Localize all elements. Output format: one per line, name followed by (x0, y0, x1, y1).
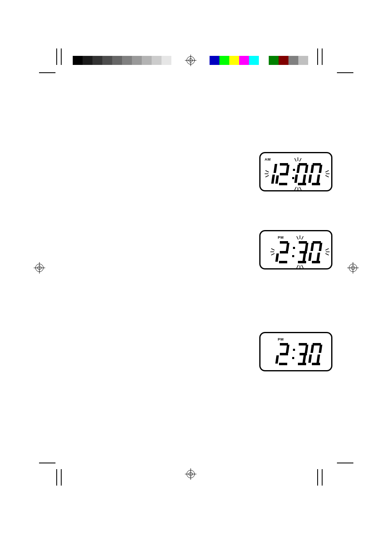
swatch (279, 56, 288, 65)
crop-mark (39, 463, 55, 463)
seven-segment-digits (261, 341, 331, 366)
registration-mark (185, 468, 196, 480)
svg-rect-39 (292, 255, 294, 257)
swatch (102, 56, 112, 65)
svg-rect-4 (280, 173, 288, 175)
svg-rect-10 (305, 165, 309, 173)
swatch (92, 56, 102, 65)
svg-rect-74 (298, 363, 306, 365)
svg-rect-2 (280, 163, 288, 166)
svg-rect-17 (316, 175, 320, 183)
swatch (259, 56, 269, 65)
seven-segment-digits (261, 240, 331, 264)
svg-rect-6 (279, 183, 287, 185)
swatch (249, 56, 259, 65)
crop-mark (39, 72, 55, 73)
seven-segment-digits (261, 161, 331, 186)
svg-rect-34 (286, 243, 290, 251)
svg-rect-67 (279, 363, 287, 365)
svg-rect-48 (312, 261, 320, 263)
svg-rect-79 (308, 355, 312, 363)
svg-rect-64 (286, 345, 290, 353)
registration-mark (185, 55, 196, 66)
svg-line-61 (302, 265, 303, 268)
svg-rect-0 (274, 164, 277, 173)
swatch (152, 56, 161, 65)
svg-rect-16 (319, 165, 323, 173)
svg-rect-40 (299, 241, 307, 244)
swatch (73, 56, 83, 65)
lcd-display-2: PM 2:30 (259, 230, 332, 269)
svg-line-28 (300, 158, 301, 161)
crop-mark (337, 72, 353, 73)
svg-rect-41 (305, 243, 309, 251)
swatch (161, 56, 171, 65)
svg-rect-13 (294, 175, 298, 183)
swatch (219, 56, 229, 65)
svg-rect-38 (293, 247, 295, 249)
svg-rect-76 (319, 345, 323, 353)
svg-line-30 (295, 187, 296, 190)
crop-mark (337, 463, 353, 463)
crop-mark (56, 48, 57, 65)
svg-rect-80 (311, 345, 314, 353)
svg-rect-49 (308, 253, 312, 261)
svg-rect-69 (292, 357, 294, 359)
swatch (288, 56, 298, 65)
crop-mark (61, 469, 62, 486)
svg-rect-33 (280, 241, 288, 244)
svg-rect-20 (311, 165, 314, 173)
crop-mark (317, 469, 318, 486)
svg-rect-36 (275, 253, 279, 262)
swatch (298, 56, 308, 65)
svg-rect-18 (312, 183, 320, 185)
svg-rect-65 (280, 353, 288, 355)
page-content: AM 12:00 (60, 82, 332, 468)
svg-rect-1 (271, 175, 275, 184)
ampm-indicator: PM (278, 337, 284, 341)
svg-rect-73 (302, 355, 306, 363)
registration-mark (34, 262, 45, 274)
svg-line-57 (297, 236, 298, 240)
svg-rect-70 (299, 343, 307, 345)
ampm-indicator: AM (265, 157, 271, 161)
lcd-display-1: AM 12:00 (259, 152, 332, 191)
svg-rect-5 (275, 175, 279, 184)
swatch (229, 56, 239, 65)
grayscale-strip (73, 56, 171, 65)
swatch (83, 56, 92, 65)
crop-mark (322, 48, 323, 65)
crop-mark (317, 48, 318, 65)
svg-rect-78 (312, 363, 320, 365)
svg-rect-11 (302, 175, 306, 183)
swatch (269, 56, 279, 65)
svg-rect-71 (305, 345, 309, 353)
swatch (210, 56, 219, 65)
svg-rect-46 (319, 243, 323, 251)
svg-rect-12 (298, 183, 306, 185)
swatch (132, 56, 142, 65)
svg-rect-77 (316, 355, 320, 363)
svg-rect-66 (275, 355, 279, 364)
swatch (122, 56, 132, 65)
svg-rect-35 (280, 251, 288, 253)
lcd-display-3: PM 2:30 (259, 332, 332, 371)
svg-rect-7 (293, 169, 295, 171)
crop-mark (61, 48, 62, 65)
svg-rect-43 (302, 253, 306, 261)
svg-line-31 (300, 187, 301, 190)
svg-rect-37 (279, 261, 287, 263)
svg-rect-47 (316, 253, 320, 261)
crop-mark (322, 469, 323, 486)
svg-rect-8 (292, 177, 294, 179)
svg-rect-3 (286, 165, 290, 173)
crop-mark (56, 469, 57, 486)
ampm-indicator: PM (278, 235, 284, 240)
svg-rect-44 (298, 261, 306, 263)
svg-line-27 (295, 158, 296, 161)
registration-mark (347, 262, 359, 274)
svg-rect-19 (308, 175, 312, 183)
svg-rect-68 (293, 349, 295, 351)
swatch (142, 56, 152, 65)
svg-rect-50 (311, 243, 314, 251)
